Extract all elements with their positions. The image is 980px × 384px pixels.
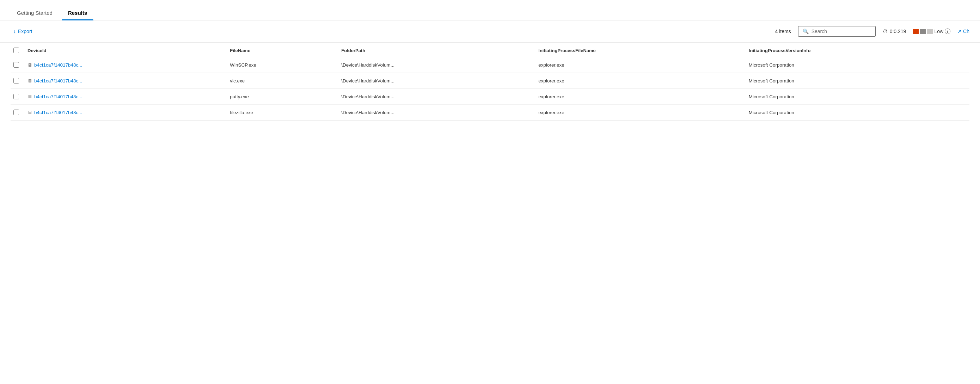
tab-results[interactable]: Results (62, 6, 94, 20)
table-body: 🖥b4cf1ca7f14017b48c...WinSCP.exe\Device\… (11, 57, 969, 121)
severity-block-gray2 (927, 29, 933, 34)
row-3-initiating-version: Microsoft Corporation (745, 105, 969, 121)
severity-block-orange (913, 29, 919, 34)
row-1-device-id-text: b4cf1ca7f14017b48c... (34, 78, 83, 84)
row-1-device-id: 🖥b4cf1ca7f14017b48c... (23, 73, 226, 89)
row-3-checkbox-cell (11, 105, 23, 121)
export-icon: ↓ (13, 29, 16, 34)
chart-link[interactable]: ↗ Ch (958, 29, 969, 34)
row-2-device-id: 🖥b4cf1ca7f14017b48c... (23, 89, 226, 105)
row-2-device-link[interactable]: 🖥b4cf1ca7f14017b48c... (27, 94, 221, 99)
chart-icon: ↗ (958, 29, 962, 34)
device-icon: 🖥 (27, 78, 32, 84)
header-initiating-process: InitiatingProcessFileName (534, 43, 745, 57)
header-initiating-version: InitiatingProcessVersionInfo (745, 43, 969, 57)
row-3-checkbox[interactable] (13, 109, 19, 115)
row-1-initiating-version: Microsoft Corporation (745, 73, 969, 89)
timer-icon: ⏱ (883, 29, 888, 34)
search-box[interactable]: 🔍 (798, 26, 876, 36)
header-file-name: FileName (226, 43, 337, 57)
row-2-checkbox-cell (11, 89, 23, 105)
table-row: 🖥b4cf1ca7f14017b48c...WinSCP.exe\Device\… (11, 57, 969, 73)
table-container: DeviceId FileName FolderPath InitiatingP… (0, 43, 980, 121)
row-2-initiating-version: Microsoft Corporation (745, 89, 969, 105)
row-3-folder-path: \Device\HarddiskVolum... (337, 105, 534, 121)
chart-label: Ch (963, 29, 969, 34)
severity-label: Low (934, 29, 943, 34)
toolbar: ↓ Export 4 items 🔍 ⏱ 0:0.219 Low i ↗ Ch (0, 21, 980, 43)
row-2-file-name: putty.exe (226, 89, 337, 105)
row-0-device-link[interactable]: 🖥b4cf1ca7f14017b48c... (27, 62, 221, 68)
header-device-id: DeviceId (23, 43, 226, 57)
device-icon: 🖥 (27, 62, 32, 68)
table-row: 🖥b4cf1ca7f14017b48c...putty.exe\Device\H… (11, 89, 969, 105)
row-0-checkbox-cell (11, 57, 23, 73)
row-3-device-id-text: b4cf1ca7f14017b48c... (34, 110, 83, 115)
select-all-checkbox[interactable] (13, 48, 19, 53)
row-0-device-id: 🖥b4cf1ca7f14017b48c... (23, 57, 226, 73)
search-input[interactable] (811, 29, 871, 34)
row-0-initiating-process: explorer.exe (534, 57, 745, 73)
items-count: 4 items (775, 29, 791, 34)
row-0-initiating-version: Microsoft Corporation (745, 57, 969, 73)
row-1-file-name: vlc.exe (226, 73, 337, 89)
tab-getting-started[interactable]: Getting Started (11, 6, 59, 20)
row-0-device-id-text: b4cf1ca7f14017b48c... (34, 62, 83, 68)
table-row: 🖥b4cf1ca7f14017b48c...vlc.exe\Device\Har… (11, 73, 969, 89)
results-table: DeviceId FileName FolderPath InitiatingP… (11, 43, 969, 121)
table-header: DeviceId FileName FolderPath InitiatingP… (11, 43, 969, 57)
row-1-initiating-process: explorer.exe (534, 73, 745, 89)
row-0-folder-path: \Device\HarddiskVolum... (337, 57, 534, 73)
header-checkbox-cell (11, 43, 23, 57)
row-1-device-link[interactable]: 🖥b4cf1ca7f14017b48c... (27, 78, 221, 84)
timer-area: ⏱ 0:0.219 (883, 29, 906, 34)
row-1-checkbox[interactable] (13, 78, 19, 84)
tab-bar: Getting Started Results (0, 0, 980, 21)
row-0-file-name: WinSCP.exe (226, 57, 337, 73)
device-icon: 🖥 (27, 94, 32, 99)
severity-area: Low i (913, 29, 950, 34)
header-folder-path: FolderPath (337, 43, 534, 57)
row-3-device-link[interactable]: 🖥b4cf1ca7f14017b48c... (27, 110, 221, 115)
row-2-folder-path: \Device\HarddiskVolum... (337, 89, 534, 105)
row-3-device-id: 🖥b4cf1ca7f14017b48c... (23, 105, 226, 121)
row-3-initiating-process: explorer.exe (534, 105, 745, 121)
table-row: 🖥b4cf1ca7f14017b48c...filezilla.exe\Devi… (11, 105, 969, 121)
search-icon: 🔍 (803, 29, 809, 34)
row-0-checkbox[interactable] (13, 62, 19, 68)
row-2-checkbox[interactable] (13, 94, 19, 99)
severity-info-icon[interactable]: i (945, 29, 950, 34)
row-2-initiating-process: explorer.exe (534, 89, 745, 105)
export-button[interactable]: ↓ Export (11, 27, 35, 36)
severity-block-gray1 (920, 29, 926, 34)
row-2-device-id-text: b4cf1ca7f14017b48c... (34, 94, 83, 99)
device-icon: 🖥 (27, 110, 32, 115)
row-1-checkbox-cell (11, 73, 23, 89)
export-label: Export (18, 29, 32, 34)
row-3-file-name: filezilla.exe (226, 105, 337, 121)
timer-value: 0:0.219 (890, 29, 906, 34)
row-1-folder-path: \Device\HarddiskVolum... (337, 73, 534, 89)
